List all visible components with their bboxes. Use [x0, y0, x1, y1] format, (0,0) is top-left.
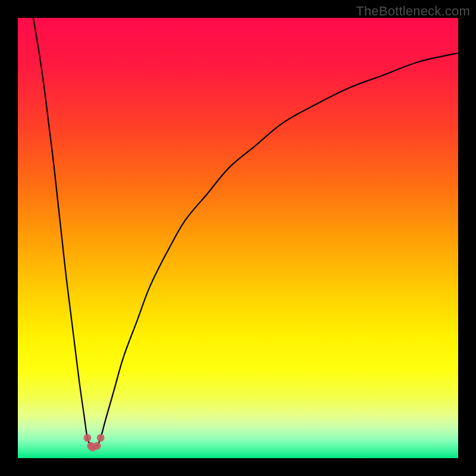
curve-right-branch [93, 53, 458, 447]
valley-marker-0 [83, 434, 91, 441]
chart-frame: TheBottleneck.com [0, 0, 476, 476]
bottleneck-curve [18, 18, 458, 458]
curve-left-branch [33, 18, 93, 447]
valley-marker-3 [93, 442, 101, 450]
plot-area [18, 18, 458, 458]
valley-marker-4 [97, 434, 105, 441]
watermark-label: TheBottleneck.com [356, 4, 470, 19]
